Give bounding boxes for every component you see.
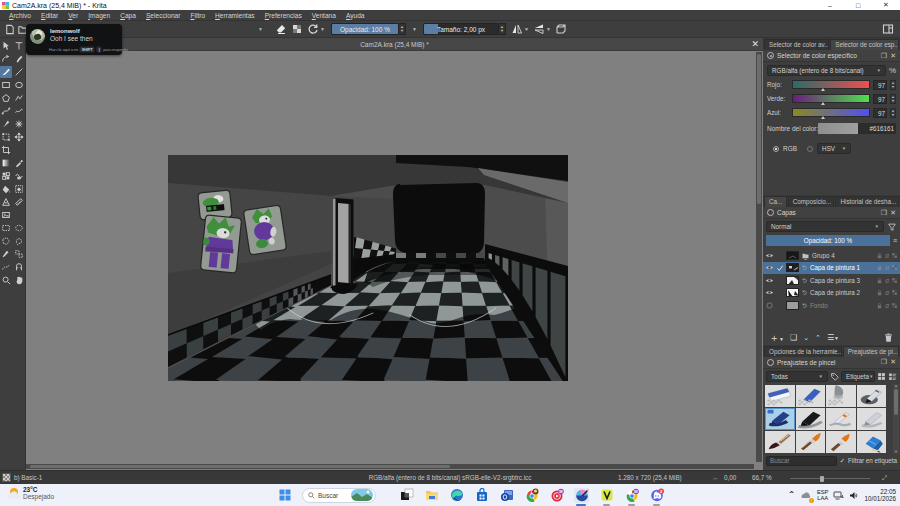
brush-search-input[interactable]: Buscar <box>766 456 837 466</box>
preserve-alpha-icon[interactable] <box>290 23 303 36</box>
tag-icon[interactable] <box>830 372 839 381</box>
size-spinner[interactable]: ▲▼ <box>499 23 506 35</box>
brush-preset-brush-dark[interactable] <box>765 431 795 453</box>
layer-row-grupo-4[interactable]: Grupo 4α <box>763 249 900 262</box>
channel-spinner[interactable]: ▲▼ <box>890 108 896 118</box>
channel-value[interactable]: 97 <box>873 94 887 104</box>
reload-preset-icon[interactable] <box>306 23 319 36</box>
view-detail-icon[interactable] <box>888 372 897 381</box>
menu-capa[interactable]: Capa <box>115 12 141 19</box>
tool-zoom[interactable] <box>0 274 12 286</box>
tool-line[interactable] <box>13 66 25 78</box>
close-docker-icon[interactable]: ✕ <box>890 358 896 366</box>
brush-preset-brush-orange[interactable] <box>796 431 826 453</box>
wrap-around-icon[interactable] <box>554 23 567 36</box>
canvas-horizontal-scrollbar[interactable] <box>26 464 754 469</box>
statusbar-angle-icon[interactable]: ↔ <box>712 474 718 481</box>
taskbar-icon-chrome-profile[interactable] <box>524 488 539 503</box>
lock-icon[interactable] <box>876 277 883 284</box>
tool-move[interactable] <box>13 131 25 143</box>
menu-preferencias[interactable]: Preferencias <box>260 12 307 19</box>
color-hex[interactable]: #616161 <box>858 123 896 134</box>
tab-specific-color-selector[interactable]: Selector de color esp... <box>830 39 899 50</box>
workspace-chooser-icon[interactable] <box>881 23 894 36</box>
minimize-button[interactable]: – <box>816 0 844 10</box>
inherit-alpha-icon[interactable] <box>891 264 898 271</box>
alpha-lock-icon[interactable]: α <box>885 302 889 309</box>
filter-layers-icon[interactable] <box>887 222 897 232</box>
inherit-alpha-icon[interactable] <box>891 277 898 284</box>
start-button[interactable] <box>277 488 292 503</box>
tool-edit-shapes[interactable] <box>0 53 12 65</box>
tab-brush-presets[interactable]: Preajustes de pi... <box>843 346 899 357</box>
float-docker-icon[interactable]: ❐ <box>881 52 887 60</box>
channel-value[interactable]: 97 <box>873 80 887 90</box>
move-layer-up-button[interactable]: ⌃ <box>815 334 821 342</box>
brush-preset-marker-black[interactable] <box>796 408 826 430</box>
taskbar-icon-discord[interactable]: 2 <box>649 488 664 503</box>
brush-preview-icon[interactable] <box>2 473 11 482</box>
close-button[interactable]: ✕ <box>872 0 900 10</box>
mirror-vertical-icon[interactable] <box>532 23 545 36</box>
lock-icon[interactable] <box>876 252 883 259</box>
taskbar-icon-vesktop[interactable] <box>599 488 614 503</box>
brush-preset-pencil-blue[interactable] <box>857 431 887 453</box>
taskbar-icon-edge[interactable] <box>449 488 464 503</box>
reload-caret[interactable]: ▼ <box>319 26 326 32</box>
brush-preset-pencil-gray[interactable] <box>857 408 887 430</box>
tool-freehand-brush[interactable] <box>0 66 12 78</box>
filter-tag-checkbox[interactable]: ✓ <box>840 457 845 464</box>
discord-notification[interactable]: lemonwolf Ooh I see then Haz clic aquí o… <box>26 24 122 55</box>
weather-widget[interactable]: 23°CDespejado <box>6 486 54 500</box>
subwindow-close-icon[interactable]: ✕ <box>751 39 759 49</box>
lock-icon[interactable] <box>876 289 883 296</box>
colorspace-combo[interactable]: RGB/alfa (entero de 8 bits/canal)▼ <box>767 65 886 76</box>
menu-imagen[interactable]: Imagen <box>83 12 115 19</box>
visibility-eye-icon[interactable] <box>765 301 774 310</box>
network-icon[interactable] <box>833 486 844 504</box>
tray-chevron-icon[interactable]: ⌃ <box>788 491 795 499</box>
float-docker-icon[interactable]: ❐ <box>881 358 887 366</box>
group-expand-icon[interactable] <box>801 251 810 260</box>
tool-multibrush[interactable] <box>13 118 25 130</box>
tool-select-freehand[interactable] <box>13 235 25 247</box>
brush-preset-pen-blue[interactable] <box>796 385 826 407</box>
tab-advanced-color-selector[interactable]: Selector de color av... <box>764 39 829 50</box>
opacity-spinner[interactable]: ▲▼ <box>399 23 406 35</box>
opacity-caret[interactable]: ▼ <box>411 26 418 32</box>
channel-slider[interactable] <box>792 94 870 103</box>
tag-filter-combo[interactable]: Todas▼ <box>766 371 828 382</box>
taskbar-icon-outlook[interactable] <box>499 488 514 503</box>
tool-rectangle[interactable] <box>0 79 12 91</box>
tool-crop[interactable] <box>0 144 12 156</box>
zoom-icon[interactable]: ⤢ <box>882 474 887 482</box>
taskbar-icon-chrome-m[interactable]: M <box>624 488 639 503</box>
brush-preset-brush-orange2[interactable] <box>826 431 856 453</box>
tool-freehand-path[interactable] <box>13 105 25 117</box>
visibility-eye-icon[interactable] <box>765 251 774 260</box>
tool-calligraphy[interactable] <box>13 53 25 65</box>
tool-pan[interactable] <box>13 274 25 286</box>
zoom-slider[interactable] <box>790 478 870 480</box>
tag-combo[interactable]: Etiqueta▼ <box>841 371 875 382</box>
layer-options-icon[interactable]: ≡ <box>893 237 897 244</box>
inherit-alpha-icon[interactable] <box>891 302 898 309</box>
inherit-alpha-icon[interactable] <box>891 252 898 259</box>
percent-toggle[interactable]: % <box>889 66 896 75</box>
delete-layer-button[interactable] <box>883 332 894 343</box>
tool-transform[interactable] <box>0 131 12 143</box>
brush-preset-pen-orange[interactable] <box>826 408 856 430</box>
tool-reference-images[interactable] <box>0 209 12 221</box>
tray-clock[interactable]: 22:0510/01/2026 <box>864 488 896 502</box>
close-docker-icon[interactable]: ✕ <box>890 52 896 60</box>
onedrive-icon[interactable]: ! <box>800 486 812 504</box>
layer-opacity-slider[interactable]: Opacidad: 100 % <box>766 235 890 246</box>
layer-row-fondo[interactable]: Fondoα <box>763 299 900 312</box>
tool-polygon[interactable] <box>0 92 12 104</box>
menu-seleccionar[interactable]: Seleccionar <box>141 12 185 19</box>
canvas-vertical-scrollbar[interactable] <box>756 52 762 462</box>
brush-preset-ink-pen[interactable] <box>857 385 887 407</box>
tool-measure[interactable] <box>13 196 25 208</box>
tool-gradient[interactable] <box>0 157 12 169</box>
tool-select-shapes[interactable] <box>0 40 12 52</box>
